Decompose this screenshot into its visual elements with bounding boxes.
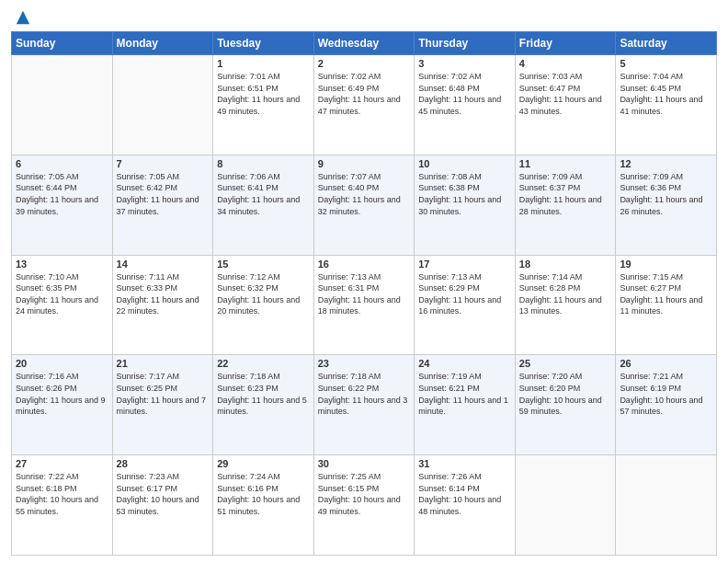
day-info: Sunrise: 7:11 AM Sunset: 6:33 PM Dayligh…	[117, 271, 210, 317]
day-number: 9	[318, 158, 411, 169]
page: SundayMondayTuesdayWednesdayThursdayFrid…	[0, 0, 728, 563]
day-number: 6	[16, 158, 108, 169]
day-info: Sunrise: 7:12 AM Sunset: 6:32 PM Dayligh…	[217, 271, 310, 317]
calendar-cell: 27Sunrise: 7:22 AM Sunset: 6:18 PM Dayli…	[12, 455, 113, 556]
calendar-cell: 16Sunrise: 7:13 AM Sunset: 6:31 PM Dayli…	[313, 255, 415, 355]
day-info: Sunrise: 7:13 AM Sunset: 6:31 PM Dayligh…	[318, 271, 411, 317]
day-number: 26	[620, 358, 712, 369]
day-info: Sunrise: 7:25 AM Sunset: 6:15 PM Dayligh…	[318, 471, 411, 517]
day-info: Sunrise: 7:21 AM Sunset: 6:19 PM Dayligh…	[620, 371, 712, 417]
calendar-cell: 3Sunrise: 7:02 AM Sunset: 6:48 PM Daylig…	[415, 55, 516, 155]
calendar-cell: 25Sunrise: 7:20 AM Sunset: 6:20 PM Dayli…	[515, 355, 616, 455]
calendar-cell: 11Sunrise: 7:09 AM Sunset: 6:37 PM Dayli…	[515, 155, 616, 255]
calendar-cell	[112, 55, 213, 155]
day-number: 29	[217, 458, 310, 469]
calendar-header-thursday: Thursday	[415, 32, 516, 55]
day-number: 10	[418, 158, 511, 169]
day-info: Sunrise: 7:10 AM Sunset: 6:35 PM Dayligh…	[16, 271, 108, 317]
calendar-header-saturday: Saturday	[616, 32, 717, 55]
calendar-cell: 28Sunrise: 7:23 AM Sunset: 6:17 PM Dayli…	[112, 455, 213, 556]
calendar-cell: 22Sunrise: 7:18 AM Sunset: 6:23 PM Dayli…	[213, 355, 314, 455]
calendar-cell: 10Sunrise: 7:08 AM Sunset: 6:38 PM Dayli…	[415, 155, 516, 255]
day-info: Sunrise: 7:16 AM Sunset: 6:26 PM Dayligh…	[16, 371, 108, 417]
day-info: Sunrise: 7:23 AM Sunset: 6:17 PM Dayligh…	[117, 471, 210, 517]
day-number: 23	[318, 358, 411, 369]
calendar-header-friday: Friday	[515, 32, 616, 55]
day-number: 16	[318, 259, 411, 270]
day-info: Sunrise: 7:06 AM Sunset: 6:41 PM Dayligh…	[217, 171, 310, 217]
calendar-cell	[12, 55, 113, 155]
day-info: Sunrise: 7:14 AM Sunset: 6:28 PM Dayligh…	[519, 271, 612, 317]
day-info: Sunrise: 7:04 AM Sunset: 6:45 PM Dayligh…	[620, 71, 712, 117]
day-number: 15	[217, 259, 310, 270]
calendar-cell: 21Sunrise: 7:17 AM Sunset: 6:25 PM Dayli…	[112, 355, 213, 455]
calendar-cell: 15Sunrise: 7:12 AM Sunset: 6:32 PM Dayli…	[213, 255, 314, 355]
day-number: 27	[16, 458, 108, 469]
day-info: Sunrise: 7:02 AM Sunset: 6:48 PM Dayligh…	[418, 71, 511, 117]
calendar-cell: 20Sunrise: 7:16 AM Sunset: 6:26 PM Dayli…	[12, 355, 113, 455]
day-info: Sunrise: 7:09 AM Sunset: 6:36 PM Dayligh…	[620, 171, 712, 217]
day-number: 8	[217, 158, 310, 169]
calendar-cell: 2Sunrise: 7:02 AM Sunset: 6:49 PM Daylig…	[313, 55, 415, 155]
calendar-cell: 8Sunrise: 7:06 AM Sunset: 6:41 PM Daylig…	[213, 155, 314, 255]
day-info: Sunrise: 7:15 AM Sunset: 6:27 PM Dayligh…	[620, 271, 712, 317]
calendar-cell: 14Sunrise: 7:11 AM Sunset: 6:33 PM Dayli…	[112, 255, 213, 355]
day-number: 31	[418, 458, 511, 469]
day-number: 14	[117, 259, 210, 270]
day-info: Sunrise: 7:03 AM Sunset: 6:47 PM Dayligh…	[519, 71, 612, 117]
day-number: 17	[418, 259, 511, 270]
calendar-week-row: 6Sunrise: 7:05 AM Sunset: 6:44 PM Daylig…	[12, 155, 717, 255]
day-info: Sunrise: 7:26 AM Sunset: 6:14 PM Dayligh…	[418, 471, 511, 517]
calendar-header-monday: Monday	[112, 32, 213, 55]
day-number: 30	[318, 458, 411, 469]
day-info: Sunrise: 7:19 AM Sunset: 6:21 PM Dayligh…	[418, 371, 511, 417]
logo-icon	[15, 9, 31, 26]
day-number: 11	[519, 158, 612, 169]
day-info: Sunrise: 7:01 AM Sunset: 6:51 PM Dayligh…	[217, 71, 310, 117]
calendar-header-sunday: Sunday	[12, 32, 113, 55]
day-number: 4	[519, 58, 612, 69]
day-number: 2	[318, 58, 411, 69]
header	[11, 9, 717, 26]
day-info: Sunrise: 7:02 AM Sunset: 6:49 PM Dayligh…	[318, 71, 411, 117]
day-number: 20	[16, 358, 108, 369]
calendar-cell	[515, 455, 616, 556]
calendar-table: SundayMondayTuesdayWednesdayThursdayFrid…	[11, 31, 717, 556]
calendar-cell: 24Sunrise: 7:19 AM Sunset: 6:21 PM Dayli…	[415, 355, 516, 455]
day-number: 5	[620, 58, 712, 69]
day-info: Sunrise: 7:20 AM Sunset: 6:20 PM Dayligh…	[519, 371, 612, 417]
calendar-cell: 23Sunrise: 7:18 AM Sunset: 6:22 PM Dayli…	[313, 355, 415, 455]
day-number: 24	[418, 358, 511, 369]
day-number: 7	[117, 158, 210, 169]
day-number: 25	[519, 358, 612, 369]
day-info: Sunrise: 7:24 AM Sunset: 6:16 PM Dayligh…	[217, 471, 310, 517]
calendar-cell: 26Sunrise: 7:21 AM Sunset: 6:19 PM Dayli…	[616, 355, 717, 455]
logo	[11, 9, 31, 26]
calendar-week-row: 20Sunrise: 7:16 AM Sunset: 6:26 PM Dayli…	[12, 355, 717, 455]
calendar-cell: 17Sunrise: 7:13 AM Sunset: 6:29 PM Dayli…	[415, 255, 516, 355]
day-info: Sunrise: 7:05 AM Sunset: 6:44 PM Dayligh…	[16, 171, 108, 217]
svg-marker-0	[17, 11, 29, 24]
day-number: 3	[418, 58, 511, 69]
calendar-cell: 30Sunrise: 7:25 AM Sunset: 6:15 PM Dayli…	[313, 455, 415, 556]
day-info: Sunrise: 7:13 AM Sunset: 6:29 PM Dayligh…	[418, 271, 511, 317]
day-number: 12	[620, 158, 712, 169]
calendar-cell: 6Sunrise: 7:05 AM Sunset: 6:44 PM Daylig…	[12, 155, 113, 255]
calendar-header-wednesday: Wednesday	[313, 32, 415, 55]
day-number: 18	[519, 259, 612, 270]
day-info: Sunrise: 7:07 AM Sunset: 6:40 PM Dayligh…	[318, 171, 411, 217]
day-number: 22	[217, 358, 310, 369]
calendar-cell: 18Sunrise: 7:14 AM Sunset: 6:28 PM Dayli…	[515, 255, 616, 355]
calendar-week-row: 1Sunrise: 7:01 AM Sunset: 6:51 PM Daylig…	[12, 55, 717, 155]
day-info: Sunrise: 7:22 AM Sunset: 6:18 PM Dayligh…	[16, 471, 108, 517]
calendar-week-row: 27Sunrise: 7:22 AM Sunset: 6:18 PM Dayli…	[12, 455, 717, 556]
day-info: Sunrise: 7:09 AM Sunset: 6:37 PM Dayligh…	[519, 171, 612, 217]
calendar-cell: 31Sunrise: 7:26 AM Sunset: 6:14 PM Dayli…	[415, 455, 516, 556]
calendar-header-tuesday: Tuesday	[213, 32, 314, 55]
day-number: 19	[620, 259, 712, 270]
day-info: Sunrise: 7:18 AM Sunset: 6:22 PM Dayligh…	[318, 371, 411, 417]
day-info: Sunrise: 7:17 AM Sunset: 6:25 PM Dayligh…	[117, 371, 210, 417]
day-info: Sunrise: 7:08 AM Sunset: 6:38 PM Dayligh…	[418, 171, 511, 217]
calendar-cell: 9Sunrise: 7:07 AM Sunset: 6:40 PM Daylig…	[313, 155, 415, 255]
calendar-cell: 12Sunrise: 7:09 AM Sunset: 6:36 PM Dayli…	[616, 155, 717, 255]
